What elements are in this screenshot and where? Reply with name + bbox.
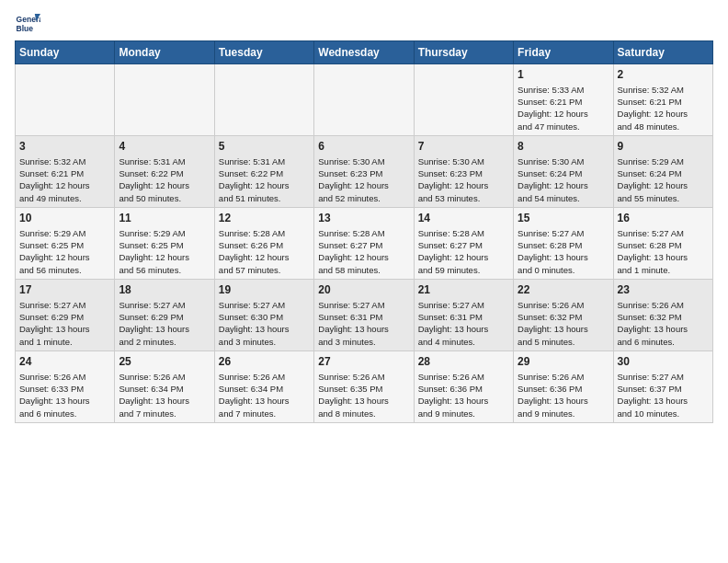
- day-number: 16: [618, 211, 709, 226]
- calendar-cell: 22Sunrise: 5:26 AMSunset: 6:32 PMDayligh…: [514, 279, 613, 350]
- logo: General Blue: [15, 11, 40, 37]
- calendar-week-4: 17Sunrise: 5:27 AMSunset: 6:29 PMDayligh…: [16, 279, 713, 350]
- day-number: 13: [318, 211, 409, 226]
- header-day-saturday: Saturday: [613, 41, 712, 64]
- day-number: 22: [518, 282, 609, 298]
- header-day-monday: Monday: [115, 41, 214, 64]
- calendar-cell: [214, 64, 313, 136]
- calendar-cell: 19Sunrise: 5:27 AMSunset: 6:30 PMDayligh…: [214, 279, 313, 350]
- day-number: 28: [418, 354, 509, 370]
- calendar-cell: 12Sunrise: 5:28 AMSunset: 6:26 PMDayligh…: [214, 207, 313, 279]
- day-number: 10: [19, 211, 110, 226]
- calendar-cell: 29Sunrise: 5:26 AMSunset: 6:36 PMDayligh…: [514, 350, 613, 422]
- calendar-cell: 10Sunrise: 5:29 AMSunset: 6:25 PMDayligh…: [16, 207, 115, 279]
- day-number: 12: [219, 211, 310, 226]
- svg-text:Blue: Blue: [17, 24, 34, 33]
- day-number: 20: [318, 282, 409, 298]
- calendar-cell: 21Sunrise: 5:27 AMSunset: 6:31 PMDayligh…: [414, 279, 513, 350]
- header-day-friday: Friday: [514, 41, 613, 64]
- calendar-cell: 14Sunrise: 5:28 AMSunset: 6:27 PMDayligh…: [414, 207, 513, 279]
- calendar-cell: [314, 64, 414, 136]
- calendar-cell: 18Sunrise: 5:27 AMSunset: 6:29 PMDayligh…: [115, 279, 214, 350]
- day-number: 3: [19, 139, 110, 155]
- calendar-cell: 16Sunrise: 5:27 AMSunset: 6:28 PMDayligh…: [613, 207, 712, 279]
- page: General Blue SundayMondayTuesdayWednesda…: [0, 0, 728, 431]
- calendar-cell: 7Sunrise: 5:30 AMSunset: 6:23 PMDaylight…: [414, 135, 513, 207]
- calendar-cell: 25Sunrise: 5:26 AMSunset: 6:34 PMDayligh…: [115, 350, 214, 422]
- header-day-sunday: Sunday: [16, 41, 115, 64]
- calendar-cell: [16, 64, 115, 136]
- calendar-cell: 26Sunrise: 5:26 AMSunset: 6:34 PMDayligh…: [214, 350, 313, 422]
- day-number: 1: [518, 67, 609, 83]
- generalblue-logo-icon: General Blue: [15, 11, 40, 37]
- calendar-cell: 2Sunrise: 5:32 AMSunset: 6:21 PMDaylight…: [613, 64, 712, 136]
- calendar-cell: 1Sunrise: 5:33 AMSunset: 6:21 PMDaylight…: [514, 64, 613, 136]
- day-number: 9: [618, 139, 709, 155]
- calendar-cell: 30Sunrise: 5:27 AMSunset: 6:37 PMDayligh…: [613, 350, 712, 422]
- day-number: 24: [19, 354, 110, 370]
- calendar-cell: 17Sunrise: 5:27 AMSunset: 6:29 PMDayligh…: [16, 279, 115, 350]
- day-number: 27: [318, 354, 409, 370]
- calendar-cell: 6Sunrise: 5:30 AMSunset: 6:23 PMDaylight…: [314, 135, 414, 207]
- calendar-week-3: 10Sunrise: 5:29 AMSunset: 6:25 PMDayligh…: [16, 207, 713, 279]
- day-number: 7: [418, 139, 509, 155]
- day-number: 14: [418, 211, 509, 226]
- day-number: 21: [418, 282, 509, 298]
- calendar-cell: [115, 64, 214, 136]
- calendar-week-5: 24Sunrise: 5:26 AMSunset: 6:33 PMDayligh…: [16, 350, 713, 422]
- calendar-cell: 23Sunrise: 5:26 AMSunset: 6:32 PMDayligh…: [613, 279, 712, 350]
- day-number: 11: [119, 211, 210, 226]
- calendar-cell: 5Sunrise: 5:31 AMSunset: 6:22 PMDaylight…: [214, 135, 313, 207]
- calendar-cell: 24Sunrise: 5:26 AMSunset: 6:33 PMDayligh…: [16, 350, 115, 422]
- day-number: 15: [518, 211, 609, 226]
- calendar-week-1: 1Sunrise: 5:33 AMSunset: 6:21 PMDaylight…: [16, 64, 713, 136]
- calendar-cell: 4Sunrise: 5:31 AMSunset: 6:22 PMDaylight…: [115, 135, 214, 207]
- day-number: 25: [119, 354, 210, 370]
- header: General Blue: [15, 11, 713, 37]
- calendar-cell: 13Sunrise: 5:28 AMSunset: 6:27 PMDayligh…: [314, 207, 414, 279]
- header-day-tuesday: Tuesday: [214, 41, 313, 64]
- calendar-cell: 9Sunrise: 5:29 AMSunset: 6:24 PMDaylight…: [613, 135, 712, 207]
- calendar-week-2: 3Sunrise: 5:32 AMSunset: 6:21 PMDaylight…: [16, 135, 713, 207]
- day-number: 19: [219, 282, 310, 298]
- day-number: 5: [219, 139, 310, 155]
- calendar-cell: 20Sunrise: 5:27 AMSunset: 6:31 PMDayligh…: [314, 279, 414, 350]
- day-number: 17: [19, 282, 110, 298]
- calendar-cell: 15Sunrise: 5:27 AMSunset: 6:28 PMDayligh…: [514, 207, 613, 279]
- calendar-cell: 28Sunrise: 5:26 AMSunset: 6:36 PMDayligh…: [414, 350, 513, 422]
- calendar-header-row: SundayMondayTuesdayWednesdayThursdayFrid…: [16, 41, 713, 64]
- calendar-cell: 3Sunrise: 5:32 AMSunset: 6:21 PMDaylight…: [16, 135, 115, 207]
- day-number: 4: [119, 139, 210, 155]
- calendar-table: SundayMondayTuesdayWednesdayThursdayFrid…: [15, 40, 713, 423]
- calendar-cell: 8Sunrise: 5:30 AMSunset: 6:24 PMDaylight…: [514, 135, 613, 207]
- day-number: 2: [618, 67, 709, 83]
- day-number: 30: [618, 354, 709, 370]
- day-number: 23: [618, 282, 709, 298]
- header-day-wednesday: Wednesday: [314, 41, 414, 64]
- calendar-cell: 11Sunrise: 5:29 AMSunset: 6:25 PMDayligh…: [115, 207, 214, 279]
- header-day-thursday: Thursday: [414, 41, 513, 64]
- day-number: 18: [119, 282, 210, 298]
- day-number: 29: [518, 354, 609, 370]
- day-number: 26: [219, 354, 310, 370]
- calendar-cell: [414, 64, 513, 136]
- calendar-cell: 27Sunrise: 5:26 AMSunset: 6:35 PMDayligh…: [314, 350, 414, 422]
- day-number: 8: [518, 139, 609, 155]
- day-number: 6: [318, 139, 409, 155]
